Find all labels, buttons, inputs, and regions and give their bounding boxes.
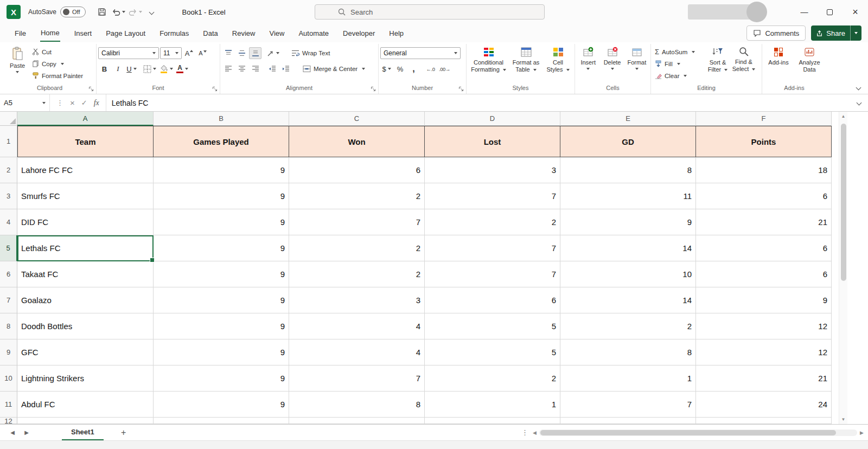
scrollbar-split-icon[interactable]: ⋮ xyxy=(521,428,528,437)
cell-F2[interactable]: 18 xyxy=(696,157,832,183)
italic-button[interactable]: I xyxy=(112,63,124,75)
autosum-dropdown-icon[interactable] xyxy=(692,51,695,53)
ribbon-tab-view[interactable]: View xyxy=(262,24,291,42)
ribbon-tab-help[interactable]: Help xyxy=(382,24,411,42)
format-as-table-dropdown-icon[interactable] xyxy=(533,69,537,71)
cell-F4[interactable]: 21 xyxy=(696,209,832,235)
increase-font-size-button[interactable]: A xyxy=(183,47,195,59)
cell-F5[interactable]: 6 xyxy=(696,235,832,261)
cell-D4[interactable]: 2 xyxy=(425,209,560,235)
cell-B4[interactable]: 9 xyxy=(154,209,289,235)
top-align-button[interactable] xyxy=(222,47,234,59)
cell-D2[interactable]: 3 xyxy=(425,157,560,183)
row-header-1[interactable]: 1 xyxy=(0,126,17,157)
fill-dropdown-icon[interactable] xyxy=(677,63,680,65)
cell-C7[interactable]: 3 xyxy=(289,287,425,313)
copy-dropdown-icon[interactable] xyxy=(61,63,64,65)
autosave-control[interactable]: AutoSave Off xyxy=(28,7,86,17)
addins-button[interactable]: Add-ins xyxy=(765,45,792,66)
cell-A3[interactable]: Smurfs FC xyxy=(17,183,154,209)
copy-button[interactable]: Copy xyxy=(30,58,85,69)
clear-dropdown-icon[interactable] xyxy=(684,75,687,77)
autosave-toggle[interactable]: Off xyxy=(60,7,85,17)
cell-D3[interactable]: 7 xyxy=(425,183,560,209)
cell-C5[interactable]: 2 xyxy=(289,235,425,261)
row-header-8[interactable]: 8 xyxy=(0,313,17,339)
underline-dropdown-icon[interactable] xyxy=(133,68,137,70)
sort-filter-button[interactable]: Sort & Filter xyxy=(705,45,731,73)
middle-align-button[interactable] xyxy=(235,47,248,59)
hscroll-left-icon[interactable]: ◀ xyxy=(533,430,537,435)
share-button[interactable]: Share xyxy=(811,25,861,41)
conditional-formatting-button[interactable]: Conditional Formatting xyxy=(469,45,508,73)
new-sheet-button[interactable]: + xyxy=(116,428,132,438)
cell-C9[interactable]: 4 xyxy=(289,339,425,365)
horizontal-scroll-track[interactable] xyxy=(539,429,857,436)
percent-style-button[interactable]: % xyxy=(394,63,406,75)
cell-A6[interactable]: Takaat FC xyxy=(17,261,154,287)
vertical-scroll-thumb[interactable] xyxy=(841,124,846,281)
bottom-align-button[interactable] xyxy=(249,47,261,59)
cell-F3[interactable]: 6 xyxy=(696,183,832,209)
scroll-up-icon[interactable]: ▲ xyxy=(841,114,846,119)
cell-D6[interactable]: 7 xyxy=(425,261,560,287)
formula-options-icon[interactable]: ⋮ xyxy=(56,99,63,107)
cell-C4[interactable]: 7 xyxy=(289,209,425,235)
sheet-tab-sheet1[interactable]: Sheet1 xyxy=(62,425,104,440)
vertical-scrollbar[interactable]: ▲ ▼ xyxy=(839,112,847,424)
font-color-button[interactable]: A xyxy=(175,63,189,75)
cell-E11[interactable]: 7 xyxy=(560,392,696,418)
column-header-c[interactable]: C xyxy=(289,112,425,126)
cut-button[interactable]: Cut xyxy=(30,46,85,57)
cell-D7[interactable]: 6 xyxy=(425,287,560,313)
cell-D9[interactable]: 5 xyxy=(425,339,560,365)
font-color-dropdown-icon[interactable] xyxy=(185,68,188,70)
collapse-ribbon-icon[interactable] xyxy=(856,85,861,91)
cell-C11[interactable]: 8 xyxy=(289,392,425,418)
conditional-formatting-dropdown-icon[interactable] xyxy=(503,69,506,71)
ribbon-tab-file[interactable]: File xyxy=(8,24,33,42)
horizontal-scroll-thumb[interactable] xyxy=(540,430,836,435)
font-dialog-launcher[interactable] xyxy=(212,86,218,92)
column-header-f[interactable]: F xyxy=(696,112,832,126)
cell-B11[interactable]: 9 xyxy=(154,392,289,418)
save-button[interactable] xyxy=(94,4,110,20)
sort-filter-dropdown-icon[interactable] xyxy=(724,69,727,71)
avatar[interactable] xyxy=(746,2,767,22)
clipboard-dialog-launcher[interactable] xyxy=(88,86,94,92)
minimize-button[interactable]: — xyxy=(792,0,817,24)
paste-button[interactable]: Paste xyxy=(5,45,30,73)
cell-C2[interactable]: 6 xyxy=(289,157,425,183)
comments-button[interactable]: Comments xyxy=(746,25,806,41)
cell-A1[interactable]: Team xyxy=(17,126,154,157)
cell-F8[interactable]: 12 xyxy=(696,313,832,339)
maximize-button[interactable] xyxy=(817,0,843,24)
cell-F9[interactable]: 12 xyxy=(696,339,832,365)
ribbon-tab-insert[interactable]: Insert xyxy=(67,24,99,42)
cell-E3[interactable]: 11 xyxy=(560,183,696,209)
select-all-corner[interactable] xyxy=(0,112,17,126)
excel-logo[interactable]: X xyxy=(7,5,21,19)
orientation-button[interactable] xyxy=(266,47,280,59)
row-header-4[interactable]: 4 xyxy=(0,209,17,235)
cell-C1[interactable]: Won xyxy=(289,126,425,157)
font-name-select[interactable]: Calibri xyxy=(98,47,159,59)
cell-A10[interactable]: Lightning Strikers xyxy=(17,365,154,392)
column-header-a[interactable]: A xyxy=(17,112,154,126)
increase-indent-button[interactable] xyxy=(279,63,292,75)
cell-E8[interactable]: 2 xyxy=(560,313,696,339)
hscroll-right-icon[interactable]: ▶ xyxy=(860,430,864,435)
row-header-5[interactable]: 5 xyxy=(0,235,17,261)
cell-E5[interactable]: 14 xyxy=(560,235,696,261)
align-right-button[interactable] xyxy=(249,63,261,75)
cell-B12[interactable] xyxy=(154,418,289,424)
row-header-7[interactable]: 7 xyxy=(0,287,17,313)
cell-E1[interactable]: GD xyxy=(560,126,696,157)
cell-C10[interactable]: 7 xyxy=(289,365,425,392)
cell-E10[interactable]: 1 xyxy=(560,365,696,392)
cell-B2[interactable]: 9 xyxy=(154,157,289,183)
ribbon-tab-home[interactable]: Home xyxy=(33,24,67,42)
decrease-decimal-button[interactable]: .00→ xyxy=(438,63,451,75)
cell-A5[interactable]: Lethals FC xyxy=(17,235,154,261)
cell-A7[interactable]: Goalazo xyxy=(17,287,154,313)
